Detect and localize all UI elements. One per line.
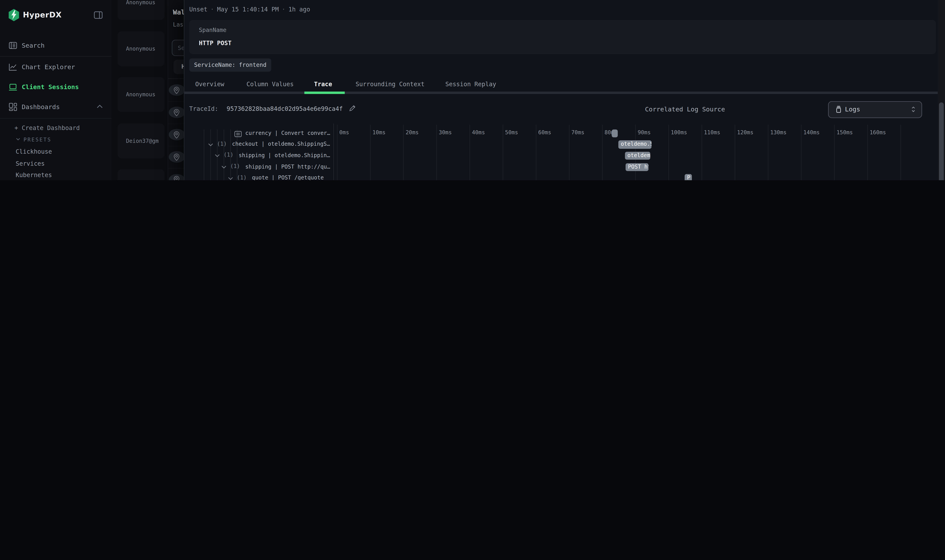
chevron-down-icon (16, 137, 20, 142)
presets-toggle[interactable]: PRESETS (16, 137, 51, 143)
sidebar-item-label: Dashboards (22, 103, 60, 110)
sidebar-item-label: Chart Explorer (22, 63, 75, 70)
chevron-down-icon[interactable] (228, 176, 233, 180)
chevron-down-icon[interactable] (214, 154, 220, 158)
tab-column-values[interactable]: Column Values (247, 81, 294, 88)
app-title: HyperDX (23, 10, 62, 19)
laptop-icon (9, 83, 18, 92)
session-user: Anonymous (126, 0, 156, 5)
session-filter-button[interactable]: H (174, 60, 184, 74)
session-card[interactable]: Anonymous (117, 31, 164, 66)
span-label: quote | POST /getquote (252, 175, 324, 180)
sidebar-item-chart-explorer[interactable]: Chart Explorer (0, 60, 111, 75)
edit-pencil-icon[interactable] (348, 104, 356, 112)
session-card[interactable]: Deion37@gm (117, 123, 164, 158)
trace-span-row[interactable]: (1)shipping | POST http://quo…POST ht (184, 162, 939, 173)
trace-span-row[interactable]: (1)checkout | oteldemo.ShippingSe…otelde… (184, 139, 939, 150)
event-drawer: Unset·May 15 1:40:14 PM·1h ago SpanName … (184, 0, 939, 180)
trace-waterfall: 0ms10ms20ms30ms40ms50ms60ms70ms80ms90ms1… (184, 123, 939, 180)
session-event-row[interactable] (168, 102, 184, 124)
session-detail-panel: Wal Las Sea H (168, 0, 184, 180)
preset-item-clickhouse[interactable]: Clickhouse (16, 148, 52, 155)
preset-item-services[interactable]: Services (16, 160, 45, 166)
child-count: (1) (230, 163, 240, 169)
trace-id-value: 957362828baa84dc02d95a4e6e99ca4f (227, 105, 343, 112)
bar-label: POST ht (626, 163, 649, 171)
tab-rail (184, 91, 939, 94)
sidebar-item-client-sessions[interactable]: Client Sessions (0, 80, 111, 95)
sidebar-item-label: Client Sessions (22, 83, 79, 90)
session-card[interactable]: Walton9@ho (117, 169, 164, 180)
hyperdx-app: HyperDX SearchChart ExplorerClient Sessi… (0, 0, 945, 180)
span-label: shipping | oteldemo.Shipping… (239, 152, 331, 158)
logs-icon (9, 41, 18, 50)
log-source-value: Logs (845, 105, 860, 112)
correlated-log-source-label: Correlated Log Source (645, 105, 725, 112)
location-pin-icon (169, 129, 184, 140)
collapse-sidebar-icon[interactable] (94, 10, 103, 20)
session-event-row[interactable] (168, 146, 184, 169)
page-scrollbar[interactable] (939, 102, 944, 180)
session-event-row[interactable] (168, 168, 184, 180)
trace-span-row[interactable]: currency | Convert convers… (184, 128, 939, 139)
child-count: (1) (224, 152, 233, 158)
relative-time: 1h ago (288, 6, 310, 12)
timestamp: May 15 1:40:14 PM (217, 6, 279, 12)
event-header: Unset·May 15 1:40:14 PM·1h ago (189, 6, 310, 12)
child-count: (1) (237, 175, 247, 180)
session-user: Anonymous (126, 46, 156, 52)
location-pin-icon (169, 174, 184, 180)
chevron-down-icon[interactable] (221, 165, 227, 169)
span-duration-bar[interactable]: oteldemo.Sh (618, 140, 651, 149)
session-user: Anonymous (126, 91, 156, 97)
span-label: shipping | POST http://quo… (245, 163, 331, 169)
log-source-select[interactable]: Logs (828, 101, 922, 118)
trace-span-row[interactable]: (1)quote | POST /getquoteP (184, 173, 939, 180)
tab-surrounding-context[interactable]: Surrounding Context (356, 81, 425, 88)
bar-label: P (684, 174, 692, 180)
create-dashboard-button[interactable]: + Create Dashboard (15, 125, 80, 131)
location-pin-icon (169, 152, 184, 163)
tab-trace[interactable]: Trace (314, 81, 332, 88)
log-event-icon (234, 131, 242, 137)
session-card[interactable]: Anonymous (117, 77, 164, 112)
tab-session-replay[interactable]: Session Replay (446, 81, 496, 88)
sidebar-item-search[interactable]: Search (0, 38, 111, 53)
session-event-row[interactable] (168, 79, 184, 102)
trace-span-row[interactable]: (1)shipping | oteldemo.Shipping…oteldemo (184, 150, 939, 162)
database-icon (835, 105, 842, 114)
bar-label: oteldemo (625, 152, 650, 160)
session-card[interactable]: Anonymous (117, 0, 164, 20)
divider (0, 56, 111, 57)
span-duration-bar[interactable]: POST ht (626, 163, 649, 171)
child-count: (1) (217, 141, 227, 147)
bar-label: oteldemo.Sh (618, 140, 651, 149)
span-duration-bar[interactable]: oteldemo (625, 152, 650, 160)
session-event-row[interactable] (168, 124, 184, 146)
session-title: Wal (173, 9, 184, 16)
chevron-down-icon[interactable] (208, 143, 213, 147)
span-name-panel: SpanName HTTP POST (189, 20, 936, 54)
location-pin-icon (169, 84, 184, 96)
chevron-up-icon (96, 104, 103, 109)
tab-overview[interactable]: Overview (195, 81, 224, 88)
span-duration-bar[interactable] (612, 129, 618, 137)
span-duration-bar[interactable]: P (684, 174, 692, 180)
session-list: AnonymousAnonymousAnonymousDeion37@gmWal… (111, 0, 168, 180)
trace-id-row: TraceId: 957362828baa84dc02d95a4e6e99ca4… (189, 101, 934, 117)
session-search-input[interactable]: Sea (172, 40, 184, 56)
span-label: currency | Convert convers… (245, 130, 331, 136)
active-tab-indicator (304, 91, 345, 94)
logo[interactable]: HyperDX (8, 9, 104, 23)
session-subtitle: Las (173, 21, 183, 28)
chart-icon (9, 63, 18, 72)
span-label: checkout | oteldemo.ShippingSe… (232, 141, 331, 147)
session-user: Deion37@gm (126, 138, 159, 143)
sidebar-item-dashboards[interactable]: Dashboards (0, 100, 111, 114)
preset-item-kubernetes[interactable]: Kubernetes (16, 172, 52, 178)
divider (0, 118, 111, 118)
grid-icon (9, 102, 18, 111)
span-name-value: HTTP POST (199, 40, 231, 46)
sidebar: HyperDX SearchChart ExplorerClient Sessi… (0, 0, 112, 180)
service-name-chip[interactable]: ServiceName: frontend (189, 58, 271, 72)
